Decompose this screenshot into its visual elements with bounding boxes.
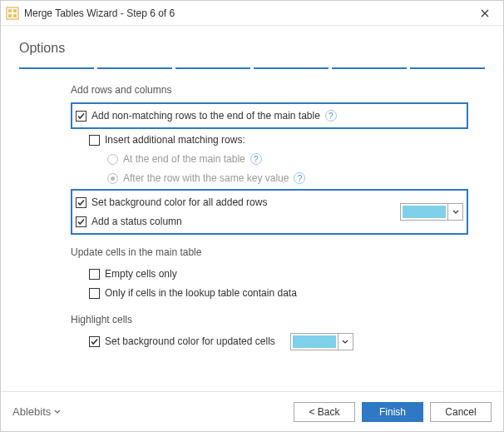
svg-rect-3 <box>8 14 12 17</box>
section-highlight-label: Highlight cells <box>71 314 468 325</box>
checkbox-bg-added[interactable] <box>76 197 86 208</box>
chevron-down-icon <box>54 410 61 414</box>
color-swatch-added <box>403 206 446 218</box>
label-only-if: Only if cells in the lookup table contai… <box>105 287 297 299</box>
color-swatch-updated <box>293 335 336 348</box>
label-empty-only: Empty cells only <box>105 268 177 280</box>
cancel-button[interactable]: Cancel <box>430 402 492 422</box>
section-update-label: Update cells in the main table <box>71 246 468 258</box>
step-progress <box>19 67 485 69</box>
checkbox-bg-updated[interactable] <box>89 336 100 347</box>
label-bg-updated: Set background color for updated cells <box>105 335 275 347</box>
label-insert-matching: Insert additional matching rows: <box>105 134 245 146</box>
page-title: Options <box>19 41 485 56</box>
help-icon[interactable]: ? <box>325 110 337 122</box>
checkbox-status-col[interactable] <box>76 216 86 227</box>
label-at-end: At the end of the main table <box>123 153 245 165</box>
highlight-non-matching: Add non-matching rows to the end of the … <box>71 102 468 129</box>
label-status-col: Add a status column <box>91 216 182 227</box>
section-add-label: Add rows and columns <box>71 84 468 96</box>
svg-rect-2 <box>13 9 17 12</box>
help-icon[interactable]: ? <box>294 172 305 184</box>
radio-after-row <box>107 173 118 184</box>
checkbox-non-matching[interactable] <box>76 111 86 122</box>
back-button[interactable]: < Back <box>294 402 355 422</box>
svg-rect-1 <box>8 9 12 12</box>
color-picker-updated[interactable] <box>290 333 353 350</box>
radio-at-end <box>107 154 118 165</box>
chevron-down-icon <box>447 204 462 220</box>
finish-button[interactable]: Finish <box>362 402 423 422</box>
label-bg-added: Set background color for all added rows <box>91 196 267 208</box>
wizard-window: Merge Tables Wizard - Step 6 of 6 Option… <box>0 0 504 432</box>
checkbox-insert-matching[interactable] <box>89 135 100 146</box>
close-button[interactable] <box>467 1 503 26</box>
footer: Ablebits < Back Finish Cancel <box>1 391 503 431</box>
brand-menu[interactable]: Ablebits <box>12 405 61 418</box>
titlebar: Merge Tables Wizard - Step 6 of 6 <box>1 1 503 26</box>
app-icon <box>6 7 19 20</box>
chevron-down-icon <box>338 334 353 350</box>
help-icon[interactable]: ? <box>250 153 262 165</box>
window-title: Merge Tables Wizard - Step 6 of 6 <box>24 7 467 19</box>
checkbox-only-if[interactable] <box>89 288 100 299</box>
brand-label: Ablebits <box>12 405 51 418</box>
label-after-row: After the row with the same key value <box>123 172 289 184</box>
color-picker-added[interactable] <box>400 203 463 221</box>
options-body: Add rows and columns Add non-matching ro… <box>19 84 485 350</box>
checkbox-empty-only[interactable] <box>89 269 100 280</box>
highlight-bg-status: Set background color for all added rows … <box>71 189 468 235</box>
label-non-matching: Add non-matching rows to the end of the … <box>91 110 320 122</box>
content-area: Options Add rows and columns Add non-mat… <box>1 26 503 391</box>
svg-rect-4 <box>13 14 17 17</box>
